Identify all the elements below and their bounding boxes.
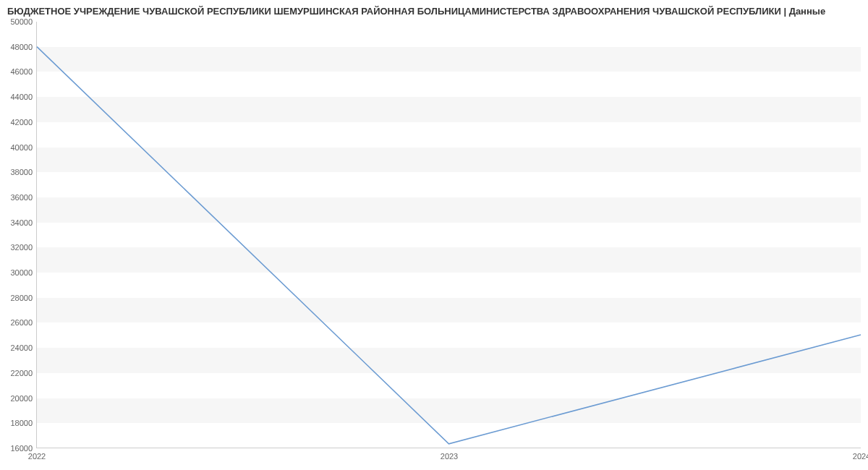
y-tick-label: 22000 — [10, 369, 33, 377]
x-tick-label: 2024 — [853, 452, 868, 461]
plot-area: 1600018000200002200024000260002800030000… — [36, 22, 861, 448]
y-tick-label: 32000 — [10, 243, 33, 252]
y-tick-label: 38000 — [10, 168, 33, 176]
chart-container: 1600018000200002200024000260002800030000… — [36, 22, 861, 448]
y-tick-label: 28000 — [10, 294, 33, 302]
y-tick-label: 26000 — [10, 318, 33, 327]
data-line — [37, 47, 861, 444]
y-tick-label: 36000 — [10, 193, 33, 202]
y-tick-label: 42000 — [10, 118, 33, 127]
y-tick-label: 18000 — [10, 419, 33, 427]
y-tick-label: 48000 — [10, 43, 33, 51]
x-tick-label: 2023 — [441, 452, 458, 461]
y-tick-label: 30000 — [10, 268, 33, 277]
chart-title: БЮДЖЕТНОЕ УЧРЕЖДЕНИЕ ЧУВАШСКОЙ РЕСПУБЛИК… — [0, 0, 868, 20]
y-tick-label: 20000 — [10, 394, 33, 403]
y-tick-label: 34000 — [10, 218, 33, 227]
y-tick-label: 44000 — [10, 93, 33, 101]
grid-line — [37, 448, 861, 449]
y-tick-label: 24000 — [10, 343, 33, 352]
y-tick-label: 50000 — [10, 17, 33, 26]
line-series — [37, 22, 861, 448]
y-tick-label: 40000 — [10, 143, 33, 152]
x-tick-label: 2022 — [28, 452, 46, 461]
y-tick-label: 46000 — [10, 67, 33, 76]
